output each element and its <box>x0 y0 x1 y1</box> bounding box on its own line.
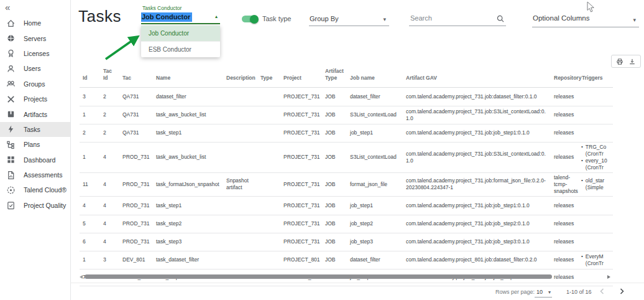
scroll-right-arrow[interactable] <box>607 275 610 279</box>
cell-tac-id: 4 <box>100 233 119 251</box>
sidebar-item-label: Home <box>24 19 41 27</box>
search-icon[interactable] <box>496 14 505 23</box>
sidebar-item-home[interactable]: Home <box>0 16 70 30</box>
annotation-arrow <box>102 31 147 62</box>
column-header-artifact-type[interactable]: Artifact Type <box>322 60 347 88</box>
cell-id: 2 <box>80 124 100 143</box>
download-button[interactable] <box>628 58 636 65</box>
cell-repository: releases <box>551 196 579 215</box>
column-header-tac[interactable]: Tac <box>119 60 153 88</box>
table-row[interactable]: 22QA731task_step1PROJECT_731JOBjob_step1… <box>80 124 613 143</box>
table-row[interactable]: 13DEV_801task_dataset_filterPROJECT_801J… <box>80 251 613 269</box>
user-icon <box>6 64 16 73</box>
cell-artifact-type: JOB <box>322 143 347 173</box>
sidebar-item-plans[interactable]: Plans <box>0 137 70 152</box>
table-row[interactable]: 54PROD_731task_step2PROJECT_731JOBjob_st… <box>80 215 613 233</box>
horizontal-scrollbar <box>80 274 613 280</box>
pagination-range: 1-10 of 16 <box>566 289 592 295</box>
cell-name: dataset_filter <box>153 88 223 106</box>
next-page-button[interactable] <box>617 287 626 296</box>
cell-artifact-gav: com.talend.academy.project_731.job:job_s… <box>403 233 551 251</box>
optional-columns-label: Optional Columns <box>533 14 589 22</box>
cell-artifact-type: JOB <box>322 196 347 215</box>
cell-artifact-type: JOB <box>322 106 347 124</box>
cell-repository: releases <box>551 143 579 173</box>
conductor-option-job-conductor[interactable]: Job Conductor <box>141 26 220 41</box>
column-header-job-name[interactable]: Job name <box>347 60 403 88</box>
cell-tac: DEV_801 <box>119 251 153 269</box>
cell-id: 6 <box>80 233 100 251</box>
column-header-tac-id[interactable]: Tac Id <box>100 60 119 88</box>
sidebar-item-projects[interactable]: Projects <box>0 91 70 106</box>
sidebar-item-servers[interactable]: Servers <box>0 30 70 45</box>
column-header-id[interactable]: Id <box>80 60 100 88</box>
sidebar-item-assessments[interactable]: Assessments <box>0 167 70 182</box>
rows-per-page-select[interactable]: 10 ▾ <box>535 287 552 298</box>
servers-icon <box>6 34 16 43</box>
cell-tac: QA731 <box>119 124 153 143</box>
cell-artifact-gav: com.talend.academy.project_731.job:forma… <box>403 172 551 196</box>
sidebar-item-groups[interactable]: Groups <box>0 77 70 91</box>
cell-job-name: S3List_contextLoad <box>347 143 403 173</box>
cell-tac: PROD_731 <box>119 172 153 196</box>
table-header-row: IdTac IdTacNameDescriptionTypeProjectArt… <box>80 60 613 88</box>
cell-description <box>223 233 257 251</box>
scroll-left-arrow[interactable] <box>80 275 83 279</box>
column-header-description[interactable]: Description <box>223 60 257 88</box>
column-header-repository[interactable]: Repository <box>551 60 579 88</box>
sidebar-item-artifacts[interactable]: Artifacts <box>0 106 70 121</box>
column-header-name[interactable]: Name <box>153 60 223 88</box>
table-row[interactable]: 114PROD_731task_formatJson_snpashotSnpas… <box>80 172 613 196</box>
table-row[interactable]: 12QA731task_aws_bucket_listPROJECT_731JO… <box>80 106 613 124</box>
sidebar-item-dashboard[interactable]: Dashboard <box>0 152 70 167</box>
search-input[interactable] <box>409 14 494 22</box>
column-header-triggers[interactable]: Triggers <box>579 60 613 88</box>
cell-repository: releases <box>551 88 579 106</box>
sidebar-item-licenses[interactable]: Licenses <box>0 46 70 61</box>
cell-tac-id: 4 <box>100 215 119 233</box>
group-by-select[interactable]: Group By ▾ <box>309 12 389 26</box>
license-icon <box>6 49 16 58</box>
cell-tac: PROD_731 <box>119 143 153 173</box>
table-row[interactable]: 44PROD_731task_step1PROJECT_731JOBjob_st… <box>80 196 613 215</box>
table-row[interactable]: 14PROD_731task_aws_bucket_listPROJECT_73… <box>80 143 613 173</box>
column-header-artifact-gav[interactable]: Artifact GAV <box>403 60 551 88</box>
column-header-type[interactable]: Type <box>257 60 280 88</box>
sidebar-item-talend-cloud[interactable]: Talend Cloud® <box>0 182 70 197</box>
cell-tac: PROD_731 <box>119 215 153 233</box>
scrollbar-thumb[interactable] <box>85 274 552 279</box>
cell-project: PROJECT_731 <box>280 233 322 251</box>
task-type-toggle[interactable] <box>242 16 257 22</box>
caret-down-icon: ▾ <box>633 17 636 23</box>
projects-icon <box>6 95 16 104</box>
cell-tac-id: 4 <box>100 196 119 215</box>
sidebar-item-project-quality[interactable]: Project Quality <box>0 198 70 213</box>
cell-id: 4 <box>80 196 100 215</box>
cell-tac: QA731 <box>119 88 153 106</box>
cell-job-name: job_step2 <box>347 215 403 233</box>
conductor-option-esb-conductor[interactable]: ESB Conductor <box>141 41 220 57</box>
sidebar-nav: HomeServersLicensesUsersGroupsProjectsAr… <box>0 16 70 213</box>
conductor-select[interactable]: Job Conductor ▴ <box>141 12 220 24</box>
cell-triggers <box>579 106 613 124</box>
sidebar-item-label: Assessments <box>24 171 62 179</box>
table-row[interactable]: 64PROD_731task_step3PROJECT_731JOBjob_st… <box>80 233 613 251</box>
optional-columns-select[interactable]: Optional Columns ▾ <box>532 10 639 27</box>
cell-description <box>223 143 257 173</box>
sidebar-item-label: Plans <box>24 141 40 148</box>
cell-tac-id: 3 <box>100 251 119 269</box>
footer-divider <box>70 283 644 283</box>
previous-page-button[interactable] <box>598 287 607 296</box>
sidebar-item-users[interactable]: Users <box>0 61 70 76</box>
caret-up-icon: ▴ <box>215 14 218 19</box>
sidebar-item-tasks[interactable]: Tasks <box>0 122 70 137</box>
cell-name: task_aws_bucket_list <box>153 106 223 124</box>
print-button[interactable] <box>616 58 623 65</box>
sidebar-collapse-button[interactable]: « <box>5 2 10 13</box>
table-row[interactable]: 32QA731dataset_filterPROJECT_731JOBdatas… <box>80 88 613 106</box>
cell-name: task_step2 <box>153 215 223 233</box>
cell-artifact-type: JOB <box>322 88 347 106</box>
cell-tac: PROD_731 <box>119 196 153 215</box>
sidebar-item-label: Tasks <box>24 126 40 133</box>
column-header-project[interactable]: Project <box>280 60 322 88</box>
